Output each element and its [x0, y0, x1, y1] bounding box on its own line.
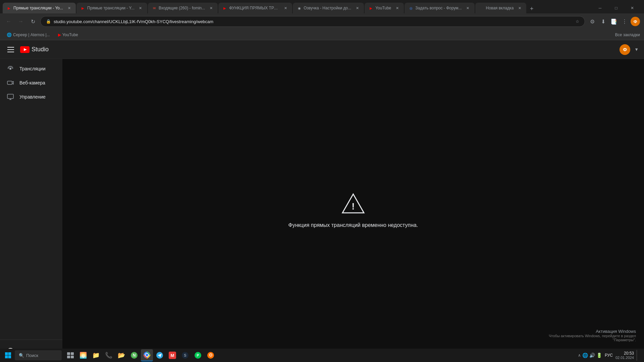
start-button[interactable]: [3, 350, 13, 361]
network-icon[interactable]: 🌐: [582, 353, 588, 358]
monitor-icon: [7, 93, 14, 101]
studio-app: Studio Ф ▼ Трансляции: [0, 40, 644, 362]
hamburger-button[interactable]: [5, 44, 16, 55]
browser-tab-2[interactable]: ▶Прямые трансляции - Y...✕: [76, 3, 147, 13]
taskbar-search[interactable]: 🔍 Поиск: [15, 350, 62, 360]
browser-tab-7[interactable]: ◎Задать вопрос - Форум...✕: [405, 3, 474, 13]
tab-close-button[interactable]: ✕: [394, 5, 400, 11]
svg-text:⚙: ⚙: [209, 352, 213, 358]
new-tab-button[interactable]: +: [527, 4, 536, 13]
browser-chrome: ▶Прямые трансляции - Yo...✕▶Прямые транс…: [0, 0, 644, 40]
svg-rect-4: [7, 94, 13, 99]
browser-tab-3[interactable]: ✉Входящие (260) - fomin...✕: [148, 3, 218, 13]
menu-button[interactable]: ⋮: [620, 17, 629, 26]
taskbar-app-telegram[interactable]: [154, 349, 166, 361]
browser-tab-6[interactable]: ▶YouTube✕: [365, 3, 404, 13]
bookmark-item-youtube[interactable]: ▶ YouTube: [55, 32, 81, 38]
back-button[interactable]: ←: [4, 17, 13, 26]
svg-text:M: M: [171, 353, 174, 358]
yt-studio-logo[interactable]: Studio: [20, 46, 49, 53]
tab-close-button[interactable]: ✕: [355, 5, 360, 11]
tab-favicon: ▶: [7, 6, 11, 10]
windows-activation-title: Активация Windows: [549, 329, 636, 334]
taskbar-app-taskview[interactable]: [64, 349, 76, 361]
tab-bar: ▶Прямые трансляции - Yo...✕▶Прямые транс…: [0, 0, 644, 13]
minimize-button[interactable]: ─: [592, 3, 608, 13]
sidebar-item-broadcasts[interactable]: Трансляции: [0, 62, 60, 76]
hamburger-line-2: [7, 49, 14, 50]
maximize-button[interactable]: □: [608, 3, 624, 13]
close-button[interactable]: ✕: [625, 3, 640, 13]
download-button[interactable]: ⬇: [598, 17, 608, 26]
bookmarks-button[interactable]: 📑: [609, 17, 619, 26]
tab-favicon: [479, 6, 484, 10]
tab-close-button[interactable]: ✕: [283, 5, 288, 11]
tab-close-button[interactable]: ✕: [66, 5, 72, 11]
taskbar-clock[interactable]: 20:53 02.01.2024: [615, 351, 634, 360]
browser-tab-4[interactable]: ▶ФУНКЦИЯ ПРЯМЫХ ТРА...✕: [218, 3, 292, 13]
tab-title: Прямые трансляции - Yo...: [13, 6, 63, 10]
tab-close-button[interactable]: ✕: [138, 5, 143, 11]
bookmark-item-aternos[interactable]: 🌐 Сереер | Aternos |...: [4, 32, 53, 38]
tab-close-button[interactable]: ✕: [517, 5, 522, 11]
yt-logo-icon: [20, 46, 30, 53]
error-container: ! Функция прямых трансляций временно нед…: [288, 193, 418, 228]
svg-text:!: !: [352, 201, 355, 212]
tab-title: Входящие (260) - fomin...: [159, 6, 205, 10]
warning-icon: !: [341, 193, 365, 214]
extensions-button[interactable]: ⚙: [588, 17, 597, 26]
main-content: ! Функция прямых трансляций временно нед…: [62, 59, 644, 362]
camera-icon: [7, 79, 14, 86]
taskbar-app-red[interactable]: M: [166, 349, 178, 361]
address-box[interactable]: 🔒 studio.youtube.com/channel/UCKLLbjL1IK…: [40, 16, 585, 27]
svg-point-21: [146, 354, 148, 356]
tab-close-button[interactable]: ✕: [465, 5, 471, 11]
browser-tab-8[interactable]: Новая вкладка✕: [475, 3, 527, 13]
language-indicator[interactable]: РУС: [605, 353, 613, 358]
sidebar-item-management[interactable]: Управление: [0, 90, 60, 104]
bookmarks-right: Все закладки: [615, 33, 640, 37]
svg-text:S: S: [184, 353, 186, 357]
svg-rect-11: [8, 356, 11, 359]
bookmark-label-1: YouTube: [62, 33, 78, 37]
window-controls: ─ □ ✕: [592, 3, 641, 13]
hamburger-line-1: [7, 47, 14, 48]
taskbar-app-chrome[interactable]: [141, 349, 153, 361]
forward-button[interactable]: →: [16, 17, 25, 26]
svg-point-2: [9, 68, 11, 70]
volume-icon[interactable]: 🔊: [589, 353, 595, 358]
header-avatar[interactable]: Ф: [620, 44, 630, 55]
tab-favicon: ▶: [369, 6, 373, 10]
star-icon[interactable]: ☆: [576, 19, 579, 24]
taskbar-date: 02.01.2024: [615, 356, 634, 360]
taskbar-app-settings[interactable]: ⚙: [205, 349, 217, 361]
show-desktop-button[interactable]: [637, 350, 639, 361]
taskbar-app-files[interactable]: 📂: [115, 349, 127, 361]
taskbar-app-green[interactable]: N: [128, 349, 140, 361]
sidebar-item-webcam[interactable]: Веб-камера: [0, 76, 60, 90]
chevron-up-icon[interactable]: ∧: [578, 353, 581, 358]
taskbar-app-explorer[interactable]: 📁: [90, 349, 102, 361]
all-bookmarks-label[interactable]: Все закладки: [615, 33, 640, 37]
studio-label: Studio: [32, 46, 49, 53]
sidebar: Трансляции Веб-камера: [0, 59, 62, 362]
profile-avatar[interactable]: Ф: [631, 17, 640, 26]
svg-rect-14: [67, 356, 70, 358]
broadcast-icon: [7, 65, 14, 72]
browser-tab-1[interactable]: ▶Прямые трансляции - Yo...✕: [3, 3, 76, 13]
tab-close-button[interactable]: ✕: [208, 5, 214, 11]
taskbar-app-photo[interactable]: 🌅: [77, 349, 89, 361]
account-menu-arrow: ▼: [634, 47, 639, 52]
taskbar-app-viber[interactable]: 📞: [103, 349, 115, 361]
tab-title: Задать вопрос - Форум...: [415, 6, 462, 10]
taskbar-search-icon: 🔍: [19, 353, 24, 358]
svg-text:N: N: [133, 353, 136, 358]
bookmarks-bar: 🌐 Сереер | Aternos |... ▶ YouTube Все за…: [0, 29, 644, 40]
taskbar-app-steam[interactable]: S: [179, 349, 191, 361]
windows-logo-icon: [5, 352, 11, 359]
sidebar-label-management: Управление: [19, 94, 46, 100]
tab-favicon: ✉: [152, 6, 157, 10]
reload-button[interactable]: ↻: [28, 17, 38, 26]
browser-tab-5[interactable]: ◉Озвучка - Настройки до...✕: [293, 3, 364, 13]
taskbar-app-pulseway[interactable]: P: [192, 349, 204, 361]
